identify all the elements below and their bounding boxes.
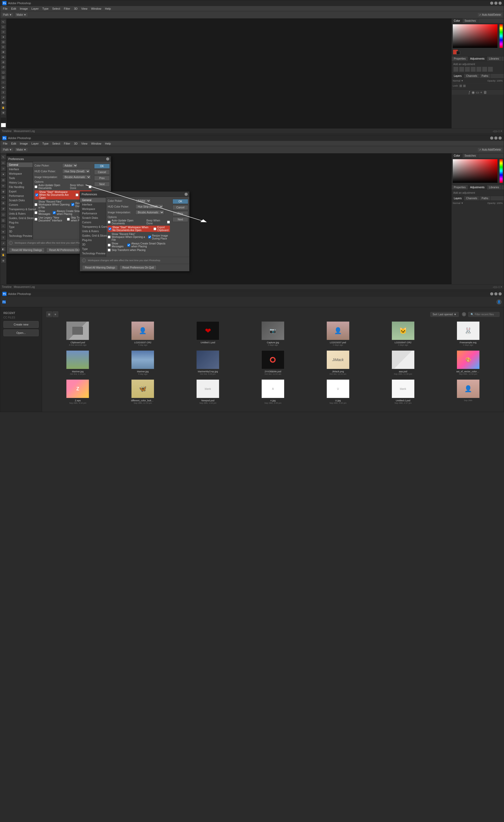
tab-swatches-1[interactable]: Swatches [462, 19, 478, 23]
tool-select-2[interactable]: ▭ [1, 160, 6, 165]
pref-section-scratch-2[interactable]: Scratch Disks [80, 216, 106, 220]
maximize-btn-3[interactable] [494, 292, 497, 296]
tool-eyedropper-2[interactable]: ✏ [1, 183, 6, 188]
file-card-aaa[interactable]: aaa.psd Sep 28th, 11:00 pm [372, 349, 435, 376]
file-card-landscape1[interactable]: Mariner.jpg Oct 3rd, 1:10 pm [46, 349, 109, 376]
menu-window-2[interactable]: Window [89, 141, 103, 146]
open-button[interactable]: Open... [3, 329, 39, 336]
reset-prefs-quit-2[interactable]: Reset Preferences On Quit [119, 265, 156, 270]
adj-btn[interactable] [471, 67, 476, 72]
always-smart-cb-2[interactable] [127, 244, 130, 247]
tab-adjustments-1[interactable]: Adjustments [468, 56, 487, 61]
tab-libraries-1[interactable]: Libraries [487, 56, 501, 61]
show-messages-cb-1[interactable] [34, 211, 37, 214]
file-card-clipboard[interactable]: Clipboard.psd A few seconds ago [46, 320, 109, 347]
file-card-untitled2[interactable]: blank Untitled-2.psd Sep 28th, 2:17 pm [372, 378, 435, 405]
pref-section-general-1[interactable]: General [7, 162, 33, 167]
menu-filter-1[interactable]: Filter [62, 7, 72, 11]
pref-section-tech-2[interactable]: Technology Preview [80, 251, 106, 256]
color-gradient[interactable] [453, 24, 497, 48]
close-btn-1[interactable] [499, 2, 502, 5]
reset-warnings-1[interactable]: Reset All Warning Dialogs [9, 248, 45, 253]
file-card-u[interactable]: U U.jpg Sep 28th, 5:30 pm [307, 378, 369, 405]
layer-normal-2[interactable]: Normal ▼ [453, 202, 463, 204]
file-card-seascape[interactable]: Mariner.jpg 9 day ago [111, 349, 174, 376]
pref-section-history-1[interactable]: History Log [7, 180, 33, 185]
list-view-btn[interactable]: ≡ [53, 311, 58, 317]
pref-cancel-1[interactable]: Cancel [94, 170, 110, 175]
tool-type-2[interactable]: T [1, 235, 6, 240]
tool-move[interactable]: ↖ [1, 20, 6, 24]
beep-cb-2[interactable] [167, 221, 170, 224]
measurement-tab-1[interactable]: Measurement Log [14, 130, 35, 132]
tool-zoom-2[interactable]: ⊕ [1, 258, 6, 263]
pref-section-performance-1[interactable]: Performance [7, 194, 33, 198]
layer-effects[interactable]: ƒ [468, 90, 471, 94]
menu-edit-2[interactable]: Edit [10, 141, 18, 146]
tool-magic-wand[interactable]: ✦ [1, 35, 6, 39]
use-legacy-cb-1[interactable] [34, 218, 37, 221]
tool-crop[interactable]: ⊡ [1, 40, 6, 44]
show-start-cb-1[interactable] [35, 193, 38, 196]
menu-edit-1[interactable]: Edit [10, 7, 18, 11]
pref-section-cursors-1[interactable]: Cursors [7, 202, 33, 207]
tool-zoom[interactable]: ⊕ [1, 110, 6, 115]
pref-section-tools-1[interactable]: Tools [7, 176, 33, 180]
tool-eraser-2[interactable]: ◻ [1, 212, 6, 217]
pref-section-transparency-2[interactable]: Transparency & Gamut [80, 225, 106, 229]
tool-shape-2[interactable]: ◧ [1, 247, 6, 252]
tool-brush-2[interactable]: ✒ [1, 195, 6, 200]
menu-select-1[interactable]: Select [51, 7, 62, 11]
pref-next-2[interactable]: Next [172, 217, 188, 222]
timeline-tab-2[interactable]: Timeline [2, 286, 11, 288]
always-smart-cb-1[interactable] [53, 211, 56, 214]
file-card-capture[interactable]: 📷 Capture.jpg 2 days ago [241, 320, 305, 347]
file-card-portrait2[interactable]: 👤 LO2GS037.psd 2 days ago [307, 320, 369, 347]
pref-section-performance-2[interactable]: Performance [80, 211, 106, 216]
menu-window-1[interactable]: Window [89, 7, 103, 11]
tool-hand-2[interactable]: ✋ [1, 252, 6, 258]
pref-section-units-1[interactable]: Units & Rulers [7, 212, 33, 216]
file-card-portrait1[interactable]: 👤 LO2GS037.CR2 9 day ago [111, 320, 174, 347]
shape-dropdown[interactable]: Make ▼ [15, 13, 28, 17]
tab-properties-2[interactable]: Properties [452, 185, 468, 189]
menu-filter-2[interactable]: Filter [62, 141, 72, 146]
export-cb-1[interactable] [75, 193, 78, 196]
background-swatch[interactable] [456, 51, 460, 55]
sort-dropdown[interactable]: Sort Last opened ▼ [430, 312, 459, 317]
menu-view-2[interactable]: View [80, 141, 89, 146]
pref-section-filehandling-1[interactable]: File Handling [7, 185, 33, 189]
menu-view-1[interactable]: View [80, 7, 89, 11]
new-layer[interactable]: + [480, 90, 482, 94]
pref-section-interface-1[interactable]: Interface [7, 167, 33, 171]
pref-section-workspace-1[interactable]: Workspace [7, 171, 33, 176]
tool-move-2[interactable]: ↖ [1, 154, 6, 160]
resize-cb-1[interactable] [71, 203, 74, 206]
menu-file-2[interactable]: File [1, 141, 9, 146]
tab-channels-2[interactable]: Channels [464, 196, 479, 200]
tool-history[interactable]: ↺ [1, 65, 6, 69]
file-card-zeps[interactable]: Z Z.eps Sep 28th, 9:10 pm [46, 378, 109, 405]
menu-image-1[interactable]: Image [18, 7, 30, 11]
pref-section-guides-2[interactable]: Guides, Grid & Slices [80, 234, 106, 238]
shape-dropdown-2[interactable]: Make ▼ [15, 147, 28, 152]
pref-section-type-1[interactable]: Type [7, 225, 33, 229]
tool-select[interactable]: ▭ [1, 25, 6, 29]
menu-select-2[interactable]: Select [51, 141, 62, 146]
new-group[interactable]: ▭ [476, 90, 479, 94]
pref-section-interface-2[interactable]: Interface [80, 202, 106, 207]
adj-btn[interactable] [459, 67, 464, 72]
tool-lasso[interactable]: ⊃ [1, 30, 6, 34]
pref-prev-1[interactable]: Prev [94, 176, 110, 181]
pref-section-3d-1[interactable]: 3D [7, 229, 33, 234]
path-input[interactable]: Path ▼ [1, 13, 14, 17]
pref-section-plugins-2[interactable]: Plug-Ins [80, 238, 106, 243]
file-card-a[interactable]: A A.jpg Sep 28th, 3:49 pm [241, 378, 305, 405]
tool-healing[interactable]: ⊕ [1, 50, 6, 54]
tool-pen-2[interactable]: ✒ [1, 229, 6, 235]
color-picker-select-2[interactable]: Adobe [135, 198, 151, 203]
pref-section-general-2[interactable]: General [80, 198, 106, 202]
tool-path-select[interactable]: ↗ [1, 95, 6, 100]
menu-layer-1[interactable]: Layer [30, 7, 40, 11]
tool-shape[interactable]: ◧ [1, 100, 6, 105]
